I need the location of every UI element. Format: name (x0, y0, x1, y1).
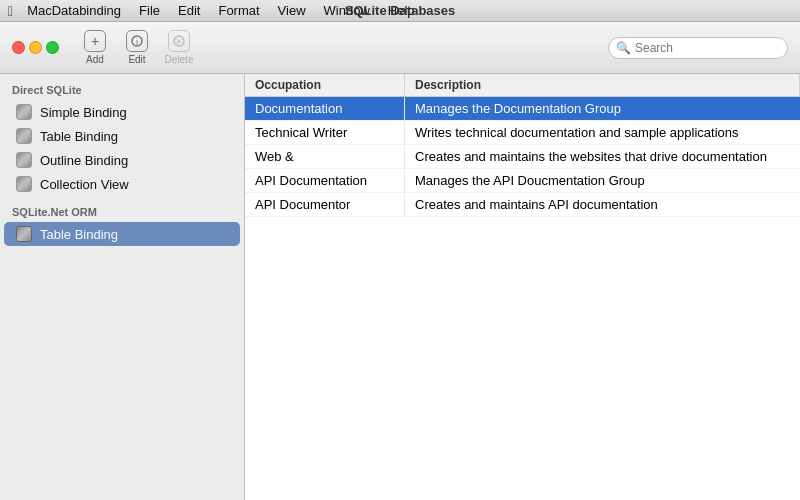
menu-file[interactable]: File (131, 0, 168, 22)
db-icon (16, 152, 32, 168)
menu-format[interactable]: Format (210, 0, 267, 22)
edit-label: Edit (128, 54, 145, 65)
cell-description: Writes technical documentation and sampl… (405, 121, 800, 144)
minimize-window-button[interactable] (29, 41, 42, 54)
window-title: SQLite Databases (345, 3, 456, 18)
close-window-button[interactable] (12, 41, 25, 54)
sidebar-item-outline-binding[interactable]: Outline Binding (4, 148, 240, 172)
toolbar-actions: + Add i Edit × Delete (75, 27, 199, 69)
column-header-occupation: Occupation (245, 74, 405, 96)
sidebar-item-table-binding[interactable]: Table Binding (4, 124, 240, 148)
search-icon: 🔍 (616, 41, 631, 55)
db-icon (16, 104, 32, 120)
table-row[interactable]: API DocumentationManages the API Doucmen… (245, 169, 800, 193)
db-icon (16, 176, 32, 192)
sidebar-item-simple-binding[interactable]: Simple Binding (4, 100, 240, 124)
edit-icon: i (126, 30, 148, 52)
menu-app[interactable]: MacDatabinding (19, 0, 129, 22)
sidebar-group-orm: SQLite.Net ORM (0, 196, 244, 222)
cell-occupation: Technical Writer (245, 121, 405, 144)
add-button[interactable]: + Add (75, 27, 115, 69)
apple-logo-icon[interactable]:  (8, 3, 13, 19)
maximize-window-button[interactable] (46, 41, 59, 54)
table-row[interactable]: API DocumentorCreates and maintains API … (245, 193, 800, 217)
svg-text:×: × (176, 35, 182, 47)
menu-edit[interactable]: Edit (170, 0, 208, 22)
sidebar-item-label: Simple Binding (40, 105, 127, 120)
table-body: DocumentationManages the Documentation G… (245, 97, 800, 500)
db-icon (16, 226, 32, 242)
cell-occupation: Documentation (245, 97, 405, 120)
table-row[interactable]: Technical WriterWrites technical documen… (245, 121, 800, 145)
cell-occupation: API Documentation (245, 169, 405, 192)
sidebar: Direct SQLite Simple Binding Table Bindi… (0, 74, 245, 500)
column-header-description: Description (405, 74, 800, 96)
sidebar-item-label: Table Binding (40, 129, 118, 144)
delete-button[interactable]: × Delete (159, 27, 199, 69)
cell-description: Creates and maintains API documentation (405, 193, 800, 216)
content-area: Occupation Description DocumentationMana… (245, 74, 800, 500)
sidebar-item-label: Outline Binding (40, 153, 128, 168)
svg-text:i: i (136, 37, 138, 47)
sidebar-group-direct-sqlite: Direct SQLite (0, 74, 244, 100)
title-bar:  MacDatabinding File Edit Format View W… (0, 0, 800, 22)
sidebar-item-orm-table-binding[interactable]: Table Binding (4, 222, 240, 246)
table-header: Occupation Description (245, 74, 800, 97)
cell-description: Manages the Documentation Group (405, 97, 800, 120)
cell-occupation: Web & (245, 145, 405, 168)
cell-description: Creates and maintains the websites that … (405, 145, 800, 168)
edit-button[interactable]: i Edit (117, 27, 157, 69)
table-row[interactable]: DocumentationManages the Documentation G… (245, 97, 800, 121)
sidebar-item-collection-view[interactable]: Collection View (4, 172, 240, 196)
sidebar-item-label: Collection View (40, 177, 129, 192)
traffic-lights (12, 41, 59, 54)
cell-description: Manages the API Doucmentation Group (405, 169, 800, 192)
db-icon (16, 128, 32, 144)
delete-icon: × (168, 30, 190, 52)
search-container: 🔍 (608, 37, 788, 59)
search-input[interactable] (608, 37, 788, 59)
add-icon: + (84, 30, 106, 52)
cell-occupation: API Documentor (245, 193, 405, 216)
delete-label: Delete (165, 54, 194, 65)
main-content: Direct SQLite Simple Binding Table Bindi… (0, 74, 800, 500)
add-label: Add (86, 54, 104, 65)
toolbar: + Add i Edit × Delete 🔍 (0, 22, 800, 74)
menu-view[interactable]: View (270, 0, 314, 22)
table-row[interactable]: Web &Creates and maintains the websites … (245, 145, 800, 169)
sidebar-item-label: Table Binding (40, 227, 118, 242)
